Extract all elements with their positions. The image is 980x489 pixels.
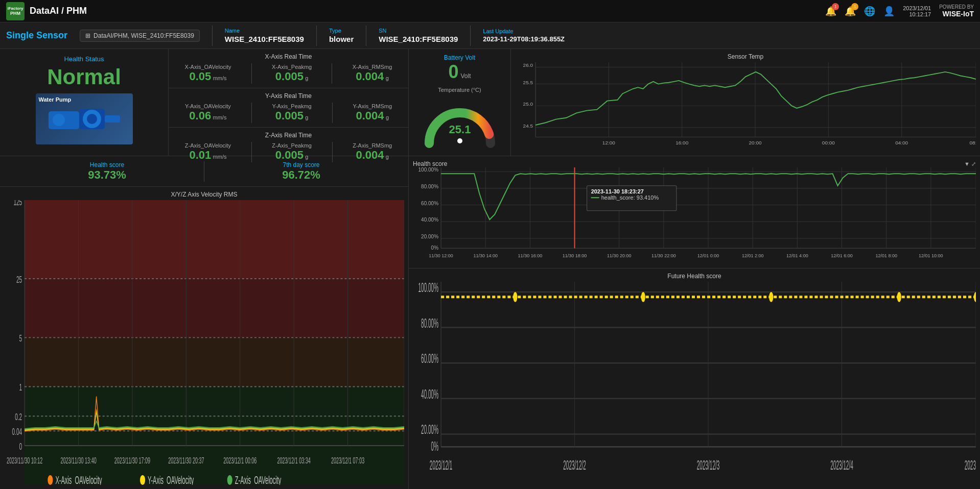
svg-point-5 (53, 114, 65, 126)
day7-score-value: 96.72% (282, 168, 320, 182)
svg-text:12/01 0:00: 12/01 0:00 (697, 253, 719, 258)
svg-text:100.00%: 100.00% (418, 167, 439, 173)
svg-text:16:00: 16:00 (675, 140, 689, 145)
notifications-icon[interactable]: 🔔 1 (825, 6, 836, 17)
future-health-section: Future Health score 100.00% 80.00% 60.00… (409, 268, 980, 489)
svg-text:2023/12/1: 2023/12/1 (430, 458, 453, 473)
day7-score-item: 7th day score 96.72% (204, 161, 398, 182)
svg-text:125: 125 (13, 200, 22, 207)
battery-num: 0 (448, 61, 458, 83)
sensor-path-selector[interactable]: ⊞ DataAI/PHM, WISE_2410:FF5E8039 (80, 30, 200, 42)
svg-text:11/30 14:00: 11/30 14:00 (473, 253, 498, 258)
future-health-title: Future Health score (413, 273, 976, 280)
velocity-chart-title: X/Y/Z Axis Velocity RMS (4, 191, 404, 198)
x-divider-1 (251, 63, 252, 84)
health-score-value: 93.73% (88, 168, 126, 182)
health-card: Health Status Normal Water Pump (0, 49, 169, 156)
health-status-value: Normal (47, 65, 121, 89)
health-score-svg: 100.00% 80.00% 60.00% 40.00% 20.00% 0% (413, 167, 976, 264)
svg-text:0.2: 0.2 (15, 411, 22, 422)
y-divider-1 (251, 103, 252, 123)
right-panel: Battery Volt 0 Volt Temperature (°C) (409, 49, 980, 489)
temperature-gauge: 25.1 (419, 95, 501, 151)
svg-text:2023/11/30 13:40: 2023/11/30 13:40 (60, 455, 96, 465)
svg-text:0%: 0% (431, 439, 439, 454)
x-peak-metric: X-Axis_Peakmg 0.005 g (272, 64, 312, 83)
svg-text:2023/12/4: 2023/12/4 (830, 458, 853, 473)
alerts-icon[interactable]: 🔔 1 (845, 6, 856, 17)
svg-text:2023/12/1 03:34: 2023/12/1 03:34 (277, 455, 311, 465)
svg-text:80.00%: 80.00% (421, 316, 438, 330)
day7-score-label: 7th day score (283, 161, 319, 168)
battery-value-display: 0 Volt (414, 61, 505, 83)
svg-text:2023/11/30 17:09: 2023/11/30 17:09 (114, 455, 150, 465)
y-axis-card: Y-Axis Real Time Y-Axis_OAVelocity 0.06 … (169, 88, 408, 128)
svg-text:health_score:  93.410%: health_score: 93.410% (601, 194, 659, 201)
page-title: Single Sensor (6, 30, 67, 41)
pump-svg (43, 101, 125, 137)
user-icon[interactable]: 👤 (883, 6, 895, 17)
health-score-expand-icon[interactable]: ▼ ⤢ (964, 161, 976, 167)
svg-point-138 (513, 292, 517, 302)
svg-rect-4 (105, 115, 120, 123)
x-divider-2 (332, 63, 332, 84)
svg-text:26.0: 26.0 (523, 63, 533, 68)
svg-text:60.00%: 60.00% (421, 200, 438, 206)
svg-text:25.0: 25.0 (523, 101, 533, 107)
type-value: blower (329, 35, 354, 43)
svg-text:20.00%: 20.00% (421, 234, 438, 239)
health-score-chart-container: 100.00% 80.00% 60.00% 40.00% 20.00% 0% (413, 167, 976, 264)
svg-text:2023-11-30 18:23:27: 2023-11-30 18:23:27 (591, 188, 644, 194)
svg-text:12/01 4:00: 12/01 4:00 (786, 253, 808, 258)
app-logo: iFactory PHM (6, 2, 25, 20)
header-name-field: Name WISE_2410:FF5E8039 (225, 28, 304, 43)
svg-text:0%: 0% (431, 245, 438, 251)
svg-text:12/01 8:00: 12/01 8:00 (875, 253, 897, 258)
type-label: Type (329, 28, 354, 34)
svg-text:2023/11/30 20:37: 2023/11/30 20:37 (168, 455, 204, 465)
header-sn-field: SN WISE_2410:FF5E8039 (379, 28, 458, 43)
sensor-temp-title: Sensor Temp (515, 53, 976, 60)
svg-text:2023/12/2: 2023/12/2 (563, 458, 586, 473)
header-type-field: Type blower (329, 28, 354, 43)
x-axis-title: X-Axis Real Time (175, 53, 402, 60)
globe-icon[interactable]: 🌐 (864, 6, 875, 17)
svg-text:00:00: 00:00 (822, 140, 835, 145)
svg-text:25: 25 (16, 274, 22, 284)
health-status-label: Health Status (64, 55, 104, 63)
svg-point-42 (140, 475, 145, 485)
future-health-chart-container: 100.00% 80.00% 60.00% 40.00% 20.00% 0% (413, 282, 976, 485)
svg-text:11/30 16:00: 11/30 16:00 (518, 253, 543, 258)
health-score-section: Health score ▼ ⤢ 100.00% 80.00% 60.00% 4… (409, 156, 980, 268)
svg-text:11/30 20:00: 11/30 20:00 (607, 253, 632, 258)
svg-text:60.00%: 60.00% (421, 352, 438, 366)
svg-text:12/01 6:00: 12/01 6:00 (831, 253, 853, 258)
y-oa-metric: Y-Axis_OAVelocity 0.06 mm/s (185, 103, 231, 123)
water-pump-image: Water Pump (36, 93, 133, 144)
svg-rect-48 (535, 62, 976, 137)
header-divider-1 (212, 26, 213, 46)
svg-text:100.00%: 100.00% (418, 282, 439, 295)
z-axis-title: Z-Axis Real Time (175, 132, 402, 139)
svg-text:80.00%: 80.00% (421, 184, 438, 189)
y-rms-metric: Y-Axis_RMSmg 0.004 g (353, 103, 392, 123)
date-line: 2023/12/01 (903, 5, 931, 11)
svg-text:12/01 2:00: 12/01 2:00 (742, 253, 764, 258)
brand-label: WISE-IoT (943, 10, 974, 18)
x-rms-metric: X-Axis_RMSmg 0.004 g (353, 64, 392, 83)
health-score-chart-title: Health score (413, 160, 447, 167)
header-divider-4 (470, 26, 471, 46)
svg-text:04:00: 04:00 (895, 140, 908, 145)
water-pump-label: Water Pump (39, 96, 72, 103)
svg-text:20:00: 20:00 (749, 140, 762, 145)
header-divider-2 (316, 26, 317, 46)
svg-text:12/01 10:00: 12/01 10:00 (919, 253, 943, 258)
svg-text:2023/12/5: 2023/12/5 (965, 458, 976, 473)
svg-rect-71 (441, 167, 976, 248)
svg-point-44 (227, 475, 232, 485)
scores-row: Health score 93.73% 7th day score 96.72% (0, 156, 408, 187)
svg-text:X-Axis_OAVelocity: X-Axis_OAVelocity (55, 474, 102, 485)
svg-text:11/30 22:00: 11/30 22:00 (651, 253, 676, 258)
lastupdate-label: Last Update (483, 28, 565, 34)
sn-label: SN (379, 28, 458, 34)
